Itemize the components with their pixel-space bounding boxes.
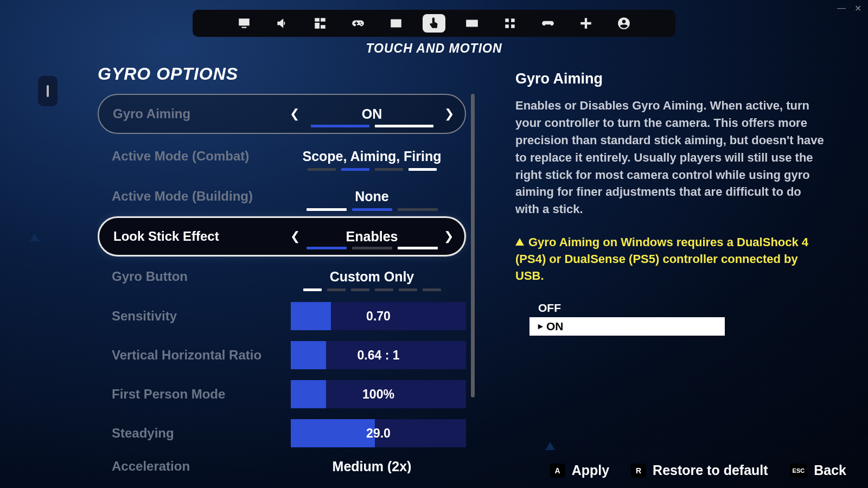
button-label: Restore to default: [653, 463, 768, 478]
touch-icon: [427, 16, 441, 30]
row-label: Vertical Horizontal Ratio: [112, 348, 291, 363]
slider[interactable]: 0.70: [291, 302, 466, 330]
row-value: ON: [292, 106, 452, 122]
options-list: Gyro Aiming ❮ ON ❯ Active Mode (Combat) …: [98, 94, 475, 473]
row-label: Look Stick Effect: [113, 229, 292, 244]
row-look-stick-effect[interactable]: Look Stick Effect ❮ Enables ❯: [98, 216, 466, 256]
key-hint: A: [550, 464, 565, 478]
tab-touch-and-motion[interactable]: [423, 14, 445, 33]
help-body: Enables or Disables Gyro Aiming. When ac…: [515, 97, 825, 218]
keyboard-icon: [465, 16, 479, 30]
help-options: OFF ON: [529, 299, 725, 336]
apply-button[interactable]: A Apply: [550, 463, 609, 478]
window-close-icon[interactable]: ✕: [854, 3, 861, 14]
row-label: Acceleration: [112, 459, 291, 473]
row-steadying[interactable]: Steadying 29.0: [98, 414, 466, 453]
row-value: None: [291, 189, 453, 204]
tab-profile[interactable]: [612, 14, 635, 33]
key-hint: ESC: [790, 464, 808, 478]
tab-gamepad[interactable]: [537, 14, 559, 33]
side-category-pill[interactable]: [38, 76, 58, 106]
audio-icon: [275, 16, 289, 30]
row-gyro-aiming[interactable]: Gyro Aiming ❮ ON ❯: [98, 94, 466, 134]
footer-actions: A Apply R Restore to default ESC Back: [550, 463, 846, 478]
key-hint: R: [631, 464, 646, 478]
row-active-mode-building[interactable]: Active Mode (Building) None: [98, 176, 466, 216]
tab-display[interactable]: [233, 14, 256, 33]
tab-hud[interactable]: [309, 14, 331, 33]
settings-tabbar: [193, 10, 675, 37]
row-first-person-mode[interactable]: First Person Mode 100%: [98, 375, 466, 414]
slider-value: 0.64 : 1: [291, 341, 466, 369]
button-label: Apply: [572, 463, 609, 478]
warning-icon: [515, 238, 524, 246]
button-label: Back: [814, 463, 846, 478]
row-label: Active Mode (Combat): [112, 149, 291, 164]
row-label: Active Mode (Building): [112, 189, 291, 204]
help-option-on[interactable]: ON: [529, 317, 725, 336]
option-segments: [307, 208, 438, 211]
row-value: Custom Only: [291, 269, 453, 285]
help-warning: Gyro Aiming on Windows requires a DualSh…: [515, 234, 825, 284]
row-label: Steadying: [112, 426, 291, 441]
cross-icon: [579, 16, 593, 30]
slider[interactable]: 29.0: [291, 419, 466, 447]
help-panel: Gyro Aiming Enables or Disables Gyro Aim…: [515, 70, 825, 336]
help-title: Gyro Aiming: [515, 70, 825, 87]
slider-value: 100%: [291, 380, 466, 408]
section-title: GYRO OPTIONS: [98, 64, 475, 84]
active-tab-title: TOUCH AND MOTION: [366, 41, 502, 56]
row-label: Sensitivity: [112, 309, 291, 324]
tab-audio[interactable]: [271, 14, 293, 33]
row-label: Gyro Button: [112, 269, 291, 284]
row-value: Medium (2x): [291, 459, 453, 474]
hud-icon: [313, 16, 327, 30]
gamepad-icon: [541, 16, 555, 30]
slider[interactable]: 0.64 : 1: [291, 341, 466, 369]
slider[interactable]: 100%: [291, 380, 466, 408]
slider-value: 29.0: [291, 419, 466, 447]
card-icon: [389, 16, 403, 30]
slider-value: 0.70: [291, 302, 466, 330]
chevron-left-icon[interactable]: ❮: [290, 107, 299, 121]
chevron-left-icon[interactable]: ❮: [290, 229, 300, 243]
restore-default-button[interactable]: R Restore to default: [631, 463, 768, 478]
decor-triangle: [30, 233, 40, 241]
tab-card[interactable]: [385, 14, 407, 33]
blocks-icon: [503, 16, 517, 30]
decor-triangle: [545, 442, 555, 450]
window-minimize-icon[interactable]: —: [837, 3, 846, 14]
chevron-right-icon[interactable]: ❯: [444, 229, 454, 243]
profile-icon: [617, 16, 631, 30]
row-vh-ratio[interactable]: Vertical Horizontal Ratio 0.64 : 1: [98, 336, 466, 375]
tab-keyboard[interactable]: [461, 14, 483, 33]
tab-cross[interactable]: [575, 14, 597, 33]
scrollbar[interactable]: [471, 94, 475, 397]
chevron-right-icon[interactable]: ❯: [444, 107, 454, 121]
row-active-mode-combat[interactable]: Active Mode (Combat) Scope, Aiming, Firi…: [98, 136, 466, 176]
display-icon: [237, 16, 251, 30]
row-label: Gyro Aiming: [113, 106, 292, 121]
help-option-off[interactable]: OFF: [529, 299, 725, 317]
option-segments: [307, 247, 438, 249]
option-segments: [303, 288, 441, 291]
option-segments: [311, 125, 433, 127]
option-segments: [308, 168, 437, 171]
tab-controller[interactable]: [347, 14, 369, 33]
row-label: First Person Mode: [112, 387, 291, 402]
row-value: Enables: [292, 229, 451, 245]
tab-blocks[interactable]: [499, 14, 521, 33]
row-gyro-button[interactable]: Gyro Button Custom Only: [98, 256, 466, 297]
back-button[interactable]: ESC Back: [790, 463, 846, 478]
row-sensitivity[interactable]: Sensitivity 0.70: [98, 297, 466, 336]
row-value: Scope, Aiming, Firing: [291, 149, 453, 164]
controller-icon: [351, 16, 365, 30]
row-acceleration[interactable]: Acceleration Medium (2x): [98, 453, 466, 473]
